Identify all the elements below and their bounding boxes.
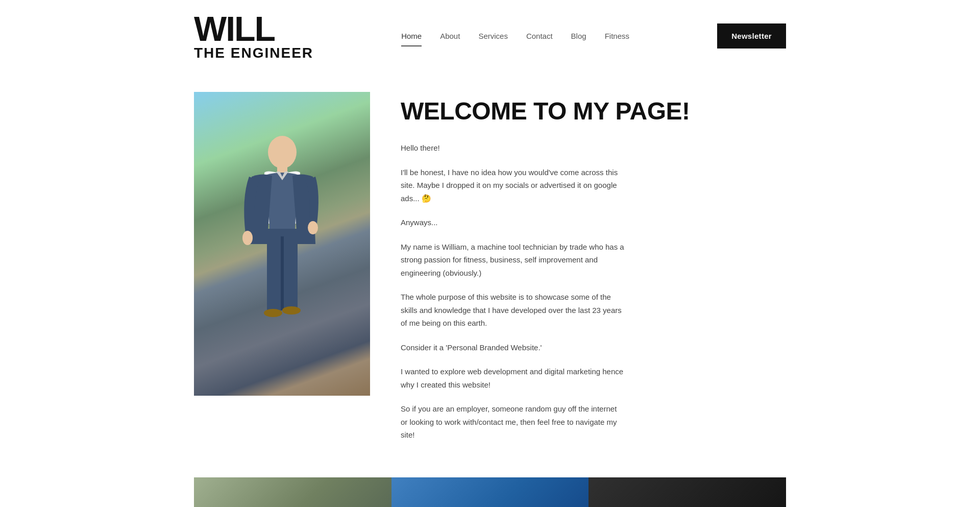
person-svg — [236, 122, 328, 367]
newsletter-button[interactable]: Newsletter — [717, 23, 786, 49]
hero-image-container — [194, 92, 370, 396]
nav-item-contact[interactable]: Contact — [517, 32, 562, 40]
thumbnail-1 — [194, 477, 391, 508]
main-nav: HomeAboutServicesContactBlogFitness — [392, 32, 639, 40]
thumbnail-3 — [589, 477, 786, 508]
svg-point-0 — [268, 136, 297, 168]
paragraph-p4: My name is William, a machine tool techn… — [401, 240, 625, 280]
hero-text: Hello there!I'll be honest, I have no id… — [401, 141, 786, 442]
svg-rect-5 — [281, 236, 284, 310]
svg-point-2 — [242, 231, 253, 245]
thumbnail-2 — [391, 477, 589, 508]
site-header: WILL THE ENGINEER HomeAboutServicesConta… — [0, 0, 980, 71]
nav-item-home[interactable]: Home — [392, 32, 431, 40]
nav-item-blog[interactable]: Blog — [562, 32, 596, 40]
site-logo[interactable]: WILL THE ENGINEER — [194, 11, 313, 60]
paragraph-p5: The whole purpose of this website is to … — [401, 291, 625, 330]
hero-image — [194, 92, 370, 396]
svg-point-6 — [264, 309, 282, 317]
paragraph-p7: I wanted to explore web development and … — [401, 365, 625, 391]
svg-point-7 — [282, 306, 301, 315]
nav-item-fitness[interactable]: Fitness — [596, 32, 639, 40]
hero-content: WELCOME TO MY PAGE! Hello there!I'll be … — [401, 92, 786, 442]
logo-will: WILL — [194, 11, 313, 46]
page-title: WELCOME TO MY PAGE! — [401, 97, 786, 125]
logo-the-engineer: THE ENGINEER — [194, 46, 313, 60]
paragraph-p1: Hello there! — [401, 141, 625, 155]
main-content: WELCOME TO MY PAGE! Hello there!I'll be … — [0, 71, 980, 507]
nav-item-about[interactable]: About — [431, 32, 469, 40]
paragraph-p6: Consider it a 'Personal Branded Website.… — [401, 341, 625, 354]
paragraph-p8: So if you are an employer, someone rando… — [401, 402, 625, 442]
paragraph-p3: Anyways... — [401, 216, 625, 229]
hero-section: WELCOME TO MY PAGE! Hello there!I'll be … — [194, 71, 786, 472]
bottom-thumbnails — [194, 477, 786, 508]
paragraph-p2: I'll be honest, I have no idea how you w… — [401, 166, 625, 205]
nav-item-services[interactable]: Services — [469, 32, 517, 40]
svg-point-3 — [308, 221, 318, 234]
